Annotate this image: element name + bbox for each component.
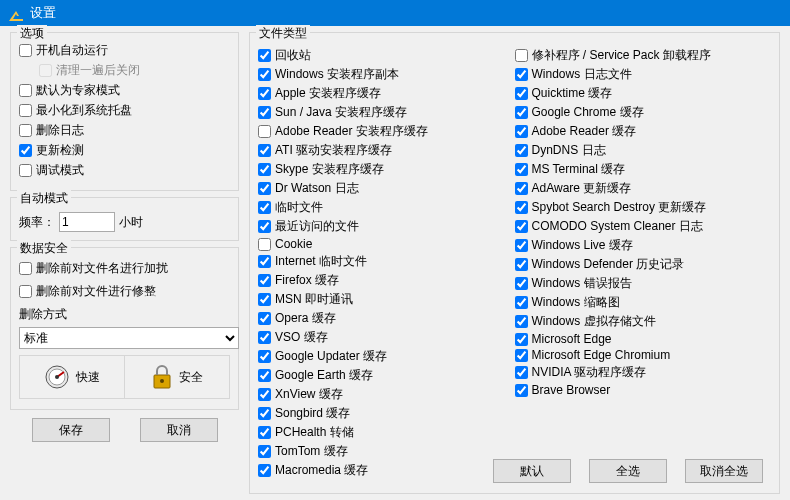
- filetype-a-3[interactable]: Sun / Java 安装程序缓存: [258, 104, 515, 121]
- filetype-b-6[interactable]: MS Terminal 缓存: [515, 161, 772, 178]
- filetype-b-3-checkbox[interactable]: [515, 106, 528, 119]
- filetype-a-8-checkbox[interactable]: [258, 201, 271, 214]
- filetype-b-1-checkbox[interactable]: [515, 68, 528, 81]
- filetype-b-14-checkbox[interactable]: [515, 315, 528, 328]
- filetype-b-17-checkbox[interactable]: [515, 366, 528, 379]
- option-2[interactable]: 默认为专家模式: [19, 82, 230, 99]
- save-button[interactable]: 保存: [32, 418, 110, 442]
- option-3-checkbox[interactable]: [19, 104, 32, 117]
- filetype-b-12-checkbox[interactable]: [515, 277, 528, 290]
- option-0[interactable]: 开机自动运行: [19, 42, 230, 59]
- filetype-a-5[interactable]: ATI 驱动安装程序缓存: [258, 142, 515, 159]
- filetype-b-4-checkbox[interactable]: [515, 125, 528, 138]
- filetype-a-1-checkbox[interactable]: [258, 68, 271, 81]
- filetype-a-22[interactable]: Macromedia 缓存: [258, 462, 515, 479]
- filetype-b-2-checkbox[interactable]: [515, 87, 528, 100]
- filetype-b-12[interactable]: Windows 错误报告: [515, 275, 772, 292]
- option-5-checkbox[interactable]: [19, 144, 32, 157]
- filetype-b-8-checkbox[interactable]: [515, 201, 528, 214]
- filetype-b-10[interactable]: Windows Live 缓存: [515, 237, 772, 254]
- filetype-b-4[interactable]: Adobe Reader 缓存: [515, 123, 772, 140]
- filetype-b-13[interactable]: Windows 缩略图: [515, 294, 772, 311]
- filetype-b-16-checkbox[interactable]: [515, 349, 528, 362]
- filetype-a-6[interactable]: Skype 安装程序缓存: [258, 161, 515, 178]
- sec-option-1[interactable]: 删除前对文件进行修整: [19, 283, 230, 300]
- filetype-b-9-checkbox[interactable]: [515, 220, 528, 233]
- option-3[interactable]: 最小化到系统托盘: [19, 102, 230, 119]
- filetype-a-9-checkbox[interactable]: [258, 220, 271, 233]
- option-4[interactable]: 删除日志: [19, 122, 230, 139]
- filetype-a-7-checkbox[interactable]: [258, 182, 271, 195]
- filetype-b-18-checkbox[interactable]: [515, 384, 528, 397]
- filetype-b-0-checkbox[interactable]: [515, 49, 528, 62]
- filetype-b-7[interactable]: AdAware 更新缓存: [515, 180, 772, 197]
- filetype-b-11[interactable]: Windows Defender 历史记录: [515, 256, 772, 273]
- default-button[interactable]: 默认: [493, 459, 571, 483]
- filetype-b-13-checkbox[interactable]: [515, 296, 528, 309]
- filetype-a-11-checkbox[interactable]: [258, 255, 271, 268]
- filetype-a-22-checkbox[interactable]: [258, 464, 271, 477]
- filetype-b-3[interactable]: Google Chrome 缓存: [515, 104, 772, 121]
- filetype-a-16-checkbox[interactable]: [258, 350, 271, 363]
- speed-fast[interactable]: 快速: [20, 356, 124, 398]
- option-4-checkbox[interactable]: [19, 124, 32, 137]
- option-0-checkbox[interactable]: [19, 44, 32, 57]
- filetype-b-5[interactable]: DynDNS 日志: [515, 142, 772, 159]
- filetype-a-20[interactable]: PCHealth 转储: [258, 424, 515, 441]
- filetype-a-12[interactable]: Firefox 缓存: [258, 272, 515, 289]
- delete-method-select[interactable]: 标准: [19, 327, 239, 349]
- filetype-b-8[interactable]: Spybot Search Destroy 更新缓存: [515, 199, 772, 216]
- filetype-a-7[interactable]: Dr Watson 日志: [258, 180, 515, 197]
- filetype-a-14-checkbox[interactable]: [258, 312, 271, 325]
- filetype-a-21-checkbox[interactable]: [258, 445, 271, 458]
- filetype-a-4[interactable]: Adobe Reader 安装程序缓存: [258, 123, 515, 140]
- select-all-button[interactable]: 全选: [589, 459, 667, 483]
- freq-input[interactable]: [59, 212, 115, 232]
- filetype-b-9[interactable]: COMODO System Cleaner 日志: [515, 218, 772, 235]
- filetype-a-2[interactable]: Apple 安装程序缓存: [258, 85, 515, 102]
- sec-option-0[interactable]: 删除前对文件名进行加扰: [19, 260, 230, 277]
- speed-safe[interactable]: 安全: [124, 356, 229, 398]
- option-2-checkbox[interactable]: [19, 84, 32, 97]
- filetype-a-19[interactable]: Songbird 缓存: [258, 405, 515, 422]
- filetype-b-18[interactable]: Brave Browser: [515, 383, 772, 397]
- filetype-b-16[interactable]: Microsoft Edge Chromium: [515, 348, 772, 362]
- filetype-a-11[interactable]: Internet 临时文件: [258, 253, 515, 270]
- filetype-a-18[interactable]: XnView 缓存: [258, 386, 515, 403]
- sec-option-1-checkbox[interactable]: [19, 285, 32, 298]
- filetype-a-17[interactable]: Google Earth 缓存: [258, 367, 515, 384]
- filetype-a-5-checkbox[interactable]: [258, 144, 271, 157]
- filetype-a-8[interactable]: 临时文件: [258, 199, 515, 216]
- filetype-a-14[interactable]: Opera 缓存: [258, 310, 515, 327]
- filetype-b-15[interactable]: Microsoft Edge: [515, 332, 772, 346]
- option-5[interactable]: 更新检测: [19, 142, 230, 159]
- filetype-a-15-checkbox[interactable]: [258, 331, 271, 344]
- filetype-b-15-checkbox[interactable]: [515, 333, 528, 346]
- filetype-a-4-checkbox[interactable]: [258, 125, 271, 138]
- option-6[interactable]: 调试模式: [19, 162, 230, 179]
- filetype-a-10[interactable]: Cookie: [258, 237, 515, 251]
- filetype-b-7-checkbox[interactable]: [515, 182, 528, 195]
- option-1-checkbox[interactable]: [39, 64, 52, 77]
- filetype-a-0-checkbox[interactable]: [258, 49, 271, 62]
- filetype-a-15[interactable]: VSO 缓存: [258, 329, 515, 346]
- filetype-b-11-checkbox[interactable]: [515, 258, 528, 271]
- filetype-a-10-checkbox[interactable]: [258, 238, 271, 251]
- option-1[interactable]: 清理一遍后关闭: [39, 62, 230, 79]
- filetype-a-6-checkbox[interactable]: [258, 163, 271, 176]
- filetype-a-12-checkbox[interactable]: [258, 274, 271, 287]
- filetype-b-6-checkbox[interactable]: [515, 163, 528, 176]
- filetype-a-13-checkbox[interactable]: [258, 293, 271, 306]
- sec-option-0-checkbox[interactable]: [19, 262, 32, 275]
- filetype-a-19-checkbox[interactable]: [258, 407, 271, 420]
- filetype-b-2[interactable]: Quicktime 缓存: [515, 85, 772, 102]
- filetype-b-10-checkbox[interactable]: [515, 239, 528, 252]
- filetype-b-0[interactable]: 修补程序 / Service Pack 卸载程序: [515, 47, 772, 64]
- filetype-a-18-checkbox[interactable]: [258, 388, 271, 401]
- filetype-a-2-checkbox[interactable]: [258, 87, 271, 100]
- filetype-a-13[interactable]: MSN 即时通讯: [258, 291, 515, 308]
- filetype-b-5-checkbox[interactable]: [515, 144, 528, 157]
- filetype-b-14[interactable]: Windows 虚拟存储文件: [515, 313, 772, 330]
- filetype-a-20-checkbox[interactable]: [258, 426, 271, 439]
- filetype-b-1[interactable]: Windows 日志文件: [515, 66, 772, 83]
